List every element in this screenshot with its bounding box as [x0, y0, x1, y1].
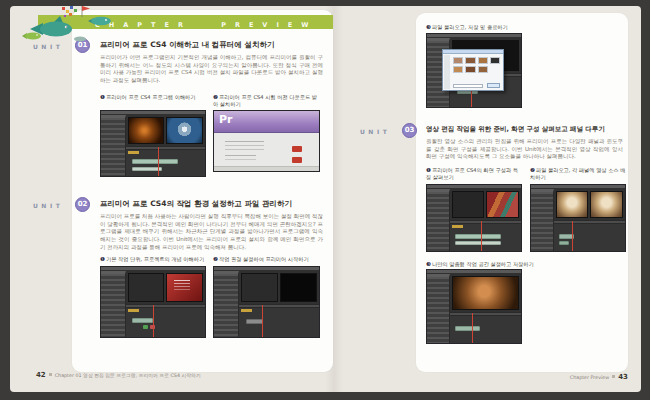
circled-number-icon: ❷ — [213, 94, 218, 100]
page-number: 42 — [36, 371, 46, 379]
unit-title: 프리미어 프로 CS4 이해하고 내 컴퓨터에 설치하기 — [100, 40, 274, 50]
figure-caption: ❷파일 불러오고, 각 패널에 영상 소스 배치하기 — [530, 167, 627, 181]
pixel-decoration-icon — [62, 6, 77, 17]
mock-text-line — [225, 155, 257, 156]
figure-caption-text: 기본 작업 단위, 프로젝트의 개념 이해하기 — [106, 256, 204, 262]
mock-program-monitor — [486, 191, 519, 218]
mock-editor-area — [126, 115, 205, 176]
mock-text-line — [225, 141, 265, 142]
unit-label: UNIT — [33, 202, 63, 209]
mock-workspace — [101, 115, 205, 176]
mock-project-panel — [101, 115, 126, 176]
figure-caption: ❶프리미어 프로 CS4 프로그램 이해하기 — [100, 94, 203, 101]
figure-caption: ❶기본 작업 단위, 프로젝트의 개념 이해하기 — [100, 256, 205, 263]
footer-separator-icon — [612, 375, 615, 378]
mock-clip — [455, 241, 501, 245]
mock-sequence-tab — [241, 309, 252, 312]
mock-file-thumbnail — [490, 57, 500, 64]
figure-caption-text: 작업 환경 설정하여 프리미어 시작하기 — [219, 256, 309, 262]
figure-caption: ❸파일 불러오고, 저장 및 종료하기 — [426, 24, 616, 31]
mock-program-monitor — [452, 276, 519, 310]
mock-program-monitor — [280, 273, 317, 302]
mock-dialog-sidebar — [444, 55, 450, 89]
mock-timeline-ruler — [126, 147, 205, 150]
mock-source-monitor — [452, 191, 485, 218]
mock-editor-area — [554, 189, 625, 251]
mock-program-monitor — [166, 117, 203, 144]
mock-title-text — [174, 280, 190, 281]
figure-caption: ❷프리미어 프로 CS4 시험 버전 다운로드 받아 설치하기 — [213, 94, 321, 108]
mock-file-thumbnail — [453, 57, 463, 64]
book-spread-photo: CHAPTER PREVIEW — [0, 0, 650, 400]
unit-label: UNIT — [360, 128, 390, 135]
footer-chapter-text: Chapter 01 영상 편집 입문 프로그램, 프리미어 프로 CS4 시작… — [55, 373, 201, 378]
circled-number-icon: ❶ — [426, 167, 431, 173]
mock-timeline-ruler — [239, 305, 319, 308]
mock-editor-area — [239, 271, 319, 337]
screenshot-premiere-import-dialog — [426, 33, 522, 108]
mock-timeline-ruler — [450, 313, 521, 316]
small-fish-icon — [74, 37, 86, 42]
mock-playhead — [153, 305, 154, 337]
mock-workspace — [531, 189, 625, 251]
mock-timeline-ruler — [126, 305, 205, 308]
mock-project-panel — [427, 274, 450, 343]
screenshot-premiere-interface — [100, 266, 206, 338]
mock-clip — [559, 241, 569, 245]
mock-project-panel — [214, 271, 239, 337]
mock-monitors — [450, 274, 521, 312]
mock-clip — [132, 318, 153, 323]
mock-timeline — [126, 304, 205, 337]
flag-icon — [82, 6, 90, 17]
screenshot-premiere-interface — [426, 184, 522, 252]
unit-body-text: 프리미어가 어떤 프로그램인지 기본적인 개념을 이해하고, 컴퓨터에 프리미어… — [100, 54, 323, 85]
mock-timeline — [450, 220, 521, 251]
mock-installer-footer — [214, 166, 319, 171]
mock-program-monitor — [590, 191, 623, 218]
screenshot-premiere-interface — [100, 110, 206, 177]
figure-caption: ❷작업 환경 설정하여 프리미어 시작하기 — [213, 256, 321, 263]
figure-caption-text: 파일 불러오고, 각 패널에 영상 소스 배치하기 — [530, 167, 625, 180]
mock-sequence-tab — [128, 309, 139, 312]
green-fish-icon — [22, 33, 41, 40]
page-number: 43 — [618, 373, 628, 381]
mock-editor-area — [450, 189, 521, 251]
mock-timeline-ruler — [554, 221, 625, 224]
mock-clip — [132, 159, 178, 164]
mock-project-panel — [531, 189, 554, 251]
circled-number-icon: ❸ — [426, 261, 431, 267]
screenshot-premiere-interface — [530, 184, 626, 252]
mock-file-thumbnail — [478, 66, 488, 73]
mock-install-button — [292, 146, 302, 152]
footer-chapter-text: Chapter Preview — [570, 375, 609, 380]
teal-fish-icon — [88, 17, 111, 25]
mock-workspace — [214, 271, 319, 337]
mock-timeline — [239, 304, 319, 337]
unit-title: 영상 편집 작업을 위한 준비, 화면 구성 살펴보고 패널 다루기 — [426, 125, 605, 134]
mock-clip — [455, 326, 479, 331]
mock-editor-area — [450, 274, 521, 343]
mock-monitors — [554, 189, 625, 220]
unit-number-badge: 02 — [75, 197, 90, 212]
mock-source-monitor — [128, 117, 165, 144]
mock-installer-body — [214, 133, 319, 171]
mock-source-monitor — [241, 273, 278, 302]
mock-timeline-ruler — [450, 221, 521, 224]
mock-sequence-tab — [128, 151, 139, 154]
circled-number-icon: ❸ — [426, 24, 431, 30]
figure-caption-text: 나만의 맞춤형 작업 공간 설정하고 저장하기 — [432, 261, 534, 267]
screenshot-premiere-interface — [213, 266, 320, 338]
mock-monitors — [126, 115, 205, 146]
mock-monitors — [126, 271, 205, 304]
mock-workspace — [427, 189, 521, 251]
mock-installer-header: Pr — [214, 111, 319, 133]
mock-monitors — [239, 271, 319, 304]
mock-clip — [246, 319, 264, 324]
mock-file-thumbnail — [453, 66, 463, 73]
right-page-footer: Chapter Preview43 — [428, 373, 628, 381]
unit-body-text: 프리미어 프로를 처음 사용하는 사람이라면 실행 직후부터 복잡해 보이는 설… — [100, 213, 323, 252]
mock-file-open-dialog — [442, 49, 504, 91]
figure-caption-text: 파일 불러오고, 저장 및 종료하기 — [432, 24, 508, 30]
circled-number-icon: ❷ — [213, 256, 218, 262]
figure-caption: ❸나만의 맞춤형 작업 공간 설정하고 저장하기 — [426, 261, 621, 268]
